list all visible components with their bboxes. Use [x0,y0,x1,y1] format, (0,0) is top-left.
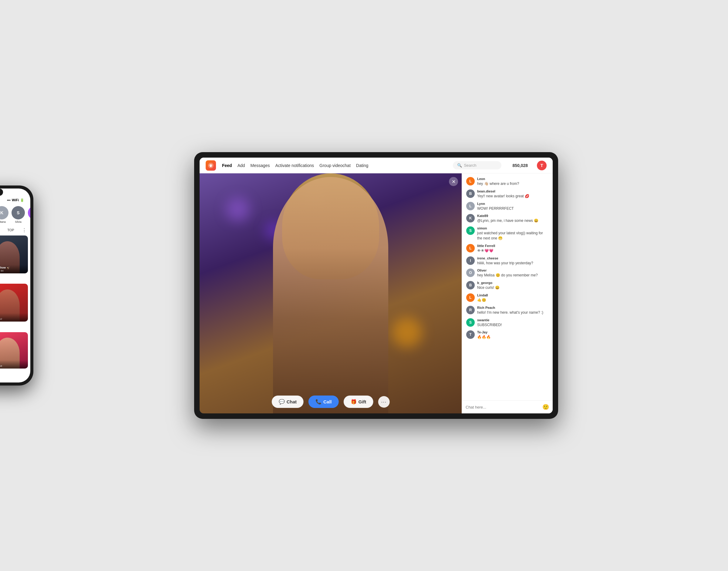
chat-text: 👁👁💗💗 [477,248,495,253]
chat-avatar: L [466,294,475,302]
card-stats-2: ♥ 270👥 64 [0,269,26,272]
tab-subscriptions[interactable]: Subscriptions [0,227,2,233]
feed-card-overlay-5: 😊 ♥ 88👥 18 [0,360,28,368]
chat-avatar: S [466,318,475,327]
chat-message: L Linda8 🤙😊 [466,294,548,303]
chat-text: hello! I'm new here. what's your name? :… [477,310,543,315]
chat-bubble: Te-Jay 🔥🔥🔥 [477,330,491,340]
video-actions: 💬 Chat 📞 Call 🎁 Gift ⋯ [272,395,390,408]
chat-avatar: K [466,214,475,222]
nav-group-video[interactable]: Group videochat [320,163,351,168]
chat-username: swantie [477,318,502,322]
phone-stories: K Kacy M Misha K R Rebecca K Kitana S Si… [0,204,30,226]
chat-bubble: Linda8 🤙😊 [477,294,488,303]
video-area: ✕ 💬 Chat 📞 Call 🎁 Gift ⋯ [200,174,462,414]
phone-feed: 😊 Nice day! Lets chat! ♥ 144👥 27 Reality… [0,235,30,376]
chat-sidebar: L Leon hey 👋🏼 where are u from? B bean.d… [462,174,553,414]
chat-text: WOW! PERRRRFECT [477,206,514,211]
chat-bubble: Oliver hey Melisa 😊 do you remember me? [477,268,538,278]
call-button[interactable]: 📞 Call [308,395,339,408]
chat-message: O Oliver hey Melisa 😊 do you remember me… [466,268,548,278]
feed-card-2[interactable]: Reality show 🦅 ♥ 270👥 64 [0,235,28,273]
story-item[interactable]: K Kitana [0,206,8,223]
chat-input[interactable] [466,405,540,410]
call-icon: 📞 [315,399,322,405]
chat-username: Leon [477,177,519,181]
gift-icon: 🎁 [351,399,357,405]
chat-bubble: Kate89 @Lynn, pm me, i have some news 😄 [477,214,538,223]
signal-icon: ▪▪▪ [7,198,11,202]
coin-count: 850,028 [512,163,528,168]
card-title-3: 😊❤️🔥 [0,314,26,317]
wifi-icon: WiFi [12,198,19,202]
card-stats-3: ♥ 68👥 12 [0,318,26,320]
chat-message: K Kate89 @Lynn, pm me, i have some news … [466,214,548,223]
chat-message: L Leon hey 👋🏼 where are u from? [466,177,548,187]
chat-avatar: L [466,177,475,186]
chat-message: S simon just watched your latest vlog)) … [466,226,548,241]
chat-message: R Rich Peach hello! I'm new here. what's… [466,306,548,315]
chat-avatar: T [466,330,475,339]
gift-button[interactable]: 🎁 Gift [344,395,373,408]
chat-text: Yey!! new avatar! looks great 💋 [477,194,529,199]
user-avatar[interactable]: T [537,160,547,170]
chat-username: Rich Peach [477,306,543,310]
chat-text: 🤙😊 [477,298,488,303]
chat-message: B b_georgo Nice curls! 😄 [466,281,548,291]
phone-screen: 9:41 ▪▪▪ WiFi 🔋 K Kacy M Misha K R Rebec… [0,189,30,382]
chat-username: Te-Jay [477,330,491,334]
chat-message: I irene_cheese hiiiiii, how was your tri… [466,256,548,266]
nav-feed[interactable]: Feed [222,163,232,168]
chat-avatar: L [466,244,475,252]
phone-bottom [0,376,30,382]
nav-notifications[interactable]: Activate notifications [275,163,314,168]
chat-avatar: O [466,268,475,277]
emoji-button[interactable]: 🙂 [542,404,549,411]
battery-icon: 🔋 [20,198,24,202]
person-silhouette [273,177,388,414]
search-bar[interactable]: 🔍 Search [453,161,502,169]
chat-bubble: swantie SUBSCRIBED! [477,318,502,328]
chat-bubble: little Ferrell 👁👁💗💗 [477,244,495,253]
chat-text: just watched your latest vlog)) waiting … [477,231,548,241]
phone-tabs: Live Video Subscriptions TOP ⋮ [0,226,30,235]
chat-avatar: B [466,190,475,198]
feed-card-3[interactable]: 😊❤️🔥 ♥ 68👥 12 [0,284,28,322]
chat-username: Lynn [477,202,514,206]
chat-text: @Lynn, pm me, i have some news 😄 [477,218,538,223]
chat-avatar: S [466,226,475,235]
chat-avatar: L [466,202,475,210]
nav-dating[interactable]: Dating [356,163,368,168]
close-button[interactable]: ✕ [449,177,458,186]
phone: 9:41 ▪▪▪ WiFi 🔋 K Kacy M Misha K R Rebec… [0,186,33,385]
chat-bubble: Leon hey 👋🏼 where are u from? [477,177,519,187]
bokeh-3 [392,317,422,348]
chat-button[interactable]: 💬 Chat [272,395,304,408]
phone-status-bar: 9:41 ▪▪▪ WiFi 🔋 [0,189,30,204]
search-placeholder: Search [464,163,476,167]
story-item[interactable]: S Silvia [11,206,25,223]
tab-top[interactable]: TOP [4,227,17,233]
more-options-icon[interactable]: ⋮ [22,227,27,233]
nav-messages[interactable]: Messages [251,163,270,168]
nav-links: Feed Add Messages Activate notifications… [222,163,368,168]
chat-avatar: I [466,256,475,265]
story-item[interactable]: E Erica [28,206,30,223]
feed-card-overlay-3: 😊❤️🔥 ♥ 68👥 12 [0,313,28,322]
feed-card-5[interactable]: 😊 ♥ 88👥 18 [0,332,28,368]
chat-username: bean.diesel [477,190,529,193]
tablet-screen: Feed Add Messages Activate notifications… [200,157,553,414]
chat-bubble: irene_cheese hiiiiii, how was your trip … [477,256,533,266]
card-stats-5: ♥ 88👥 18 [0,365,26,367]
chat-bubble: Rich Peach hello! I'm new here. what's y… [477,306,543,315]
chat-username: Linda8 [477,294,488,297]
chat-text: Nice curls! 😄 [477,285,499,291]
app-logo [206,160,216,170]
more-button[interactable]: ⋯ [378,396,389,408]
chat-message: T Te-Jay 🔥🔥🔥 [466,330,548,340]
chat-text: SUBSCRIBED! [477,323,502,328]
chat-icon: 💬 [279,399,285,405]
chat-text: hey 👋🏼 where are u from? [477,181,519,187]
nav-add[interactable]: Add [238,163,245,168]
chat-username: b_georgo [477,281,499,284]
